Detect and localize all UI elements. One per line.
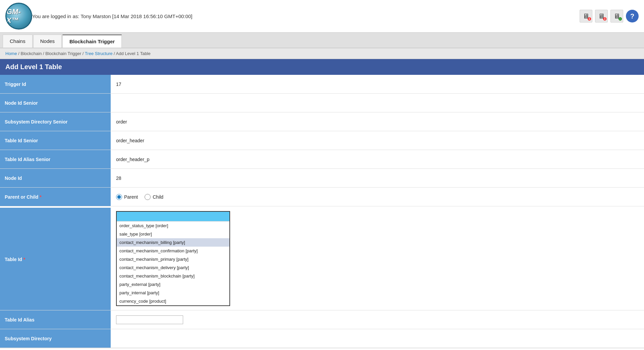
required-star-table-id: * — [23, 257, 25, 262]
required-star-parent-child: * — [40, 194, 41, 200]
parent-or-child-value: Parent Child — [111, 188, 644, 206]
node-id-label: Node Id — [0, 169, 111, 187]
header: GM-X™ You are logged in as: Tony Marston… — [0, 0, 644, 33]
dropdown-item[interactable]: contact_mechanism_confirmation [party] — [117, 247, 229, 255]
table-id-alias-senior-label: Table Id Alias Senior — [0, 150, 111, 168]
dropdown-list: order_status_type [order]sale_type [orde… — [117, 221, 229, 305]
trigger-id-row: Trigger Id 17 — [0, 75, 644, 94]
parent-label: Parent — [124, 194, 138, 200]
node-id-row: Node Id 28 — [0, 169, 644, 188]
parent-child-radio-group: Parent Child — [116, 194, 163, 200]
subsystem-directory-senior-label: Subsystem Directory Senior — [0, 112, 111, 131]
subsystem-directory-label: Subsystem Directory — [0, 329, 111, 348]
table-id-alias-senior-row: Table Id Alias Senior order_header_p — [0, 150, 644, 169]
remove-window-button-1[interactable]: 🖥 ⊖ — [580, 10, 592, 22]
page-title: Add Level 1 Table — [0, 59, 644, 75]
help-button[interactable]: ? — [626, 10, 639, 22]
trigger-id-value: 17 — [111, 75, 644, 93]
breadcrumb-home[interactable]: Home — [5, 51, 17, 56]
dropdown-item[interactable]: order_status_type [order] — [117, 221, 229, 230]
bottom-bar: SUBMIT SUBMIT+stay COPY CANCEL — [0, 348, 644, 350]
subsystem-directory-value — [111, 329, 644, 348]
tabs-bar: Chains Nodes Blockchain Trigger — [0, 33, 644, 48]
table-id-alias-input[interactable] — [116, 315, 183, 324]
tab-nodes[interactable]: Nodes — [33, 35, 62, 48]
table-id-senior-label: Table Id Senior — [0, 131, 111, 150]
dropdown-item[interactable]: contact_mechanism_primary [party] — [117, 255, 229, 263]
add-window-button[interactable]: 🖥 ⊕ — [610, 10, 623, 22]
dropdown-item[interactable]: sale_type [order] — [117, 230, 229, 238]
dropdown-item[interactable]: contact_mechanism_delivery [party] — [117, 263, 229, 272]
table-id-label: Table Id * — [0, 208, 111, 310]
dropdown-item[interactable]: contact_mechanism_blockchain [party] — [117, 272, 229, 280]
dropdown-item[interactable]: party_external [party] — [117, 280, 229, 289]
header-icons: 🖥 ⊖ 🖥 ⊖ 🖥 ⊕ ? — [580, 10, 639, 22]
logo: GM-X™ — [5, 3, 32, 30]
remove-window-button-2[interactable]: 🖥 ⊖ — [595, 10, 608, 22]
dropdown-item[interactable]: contact_mechanism_billing [party] — [117, 238, 229, 247]
breadcrumb-blockchain: Blockchain — [21, 51, 42, 56]
subsystem-directory-senior-row: Subsystem Directory Senior order — [0, 112, 644, 131]
child-radio-option[interactable]: Child — [145, 194, 163, 200]
table-id-dropdown[interactable]: order_status_type [order]sale_type [orde… — [116, 211, 230, 306]
tab-blockchain-trigger[interactable]: Blockchain Trigger — [62, 35, 122, 48]
table-id-senior-value: order_header — [111, 131, 644, 150]
node-id-senior-value — [111, 94, 644, 112]
dropdown-item[interactable]: party_internal [party] — [117, 289, 229, 297]
node-id-senior-row: Node Id Senior — [0, 94, 644, 112]
logo-text: GM-X™ — [6, 7, 31, 25]
node-id-value: 28 — [111, 169, 644, 187]
trigger-id-label: Trigger Id — [0, 75, 111, 93]
parent-radio[interactable] — [116, 194, 122, 200]
table-id-alias-senior-value: order_header_p — [111, 150, 644, 168]
table-id-row: Table Id * order_status_type [order]sale… — [0, 206, 644, 310]
breadcrumb-blockchain-trigger: Blockchain Trigger — [45, 51, 81, 56]
form-container: Trigger Id 17 Node Id Senior Subsystem D… — [0, 75, 644, 348]
table-id-alias-value — [111, 310, 644, 329]
parent-or-child-label: Parent or Child * — [0, 188, 111, 206]
minus-icon-2: ⊖ — [603, 16, 607, 21]
child-radio[interactable] — [145, 194, 151, 200]
breadcrumb: Home / Blockchain / Blockchain Trigger /… — [0, 48, 644, 59]
table-id-senior-row: Table Id Senior order_header — [0, 131, 644, 150]
tab-chains[interactable]: Chains — [3, 35, 33, 48]
subsystem-directory-senior-value: order — [111, 112, 644, 131]
minus-icon-1: ⊖ — [587, 16, 591, 21]
dropdown-item[interactable]: currency_code [product] — [117, 297, 229, 305]
parent-radio-option[interactable]: Parent — [116, 194, 138, 200]
breadcrumb-add-level1-table: Add Level 1 Table — [116, 51, 151, 56]
table-id-dropdown-container: order_status_type [order]sale_type [orde… — [111, 208, 644, 310]
subsystem-directory-row: Subsystem Directory — [0, 329, 644, 348]
table-id-alias-row: Table Id Alias — [0, 310, 644, 329]
breadcrumb-tree-structure[interactable]: Tree Structure — [85, 51, 113, 56]
plus-icon: ⊕ — [618, 16, 622, 21]
dropdown-header[interactable] — [117, 212, 229, 221]
parent-or-child-row: Parent or Child * Parent Child — [0, 188, 644, 206]
header-login-info: You are logged in as: Tony Marston [14 M… — [32, 13, 580, 19]
table-id-alias-label: Table Id Alias — [0, 310, 111, 329]
node-id-senior-label: Node Id Senior — [0, 94, 111, 112]
child-label: Child — [153, 194, 163, 200]
